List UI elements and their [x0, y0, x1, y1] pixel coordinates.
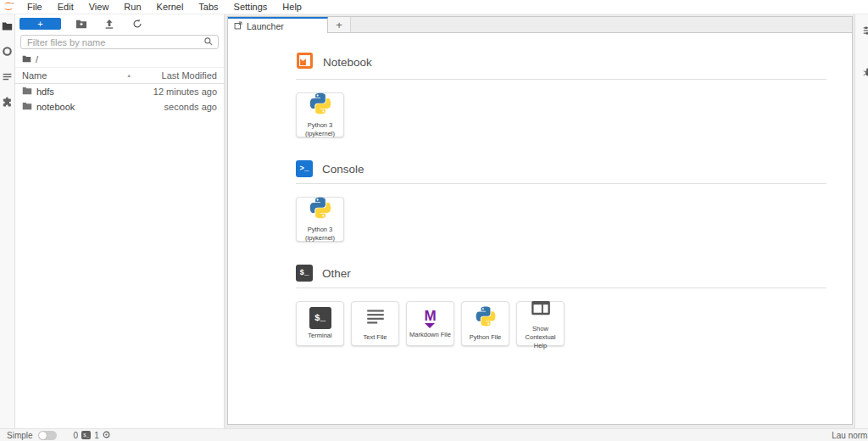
refresh-icon[interactable] [131, 18, 144, 30]
simple-mode-toggle[interactable] [38, 431, 57, 440]
file-row-notebook[interactable]: notebook seconds ago [15, 99, 224, 114]
card-label: Python File [469, 333, 503, 342]
file-list-header: Name ▲ Last Modified [15, 67, 224, 84]
section-notebook: Notebook Python 3 (ipykernel) [296, 52, 826, 137]
file-modified: seconds ago [164, 102, 217, 112]
file-row-hdfs[interactable]: hdfs 12 minutes ago [15, 84, 224, 99]
python-logo [475, 305, 497, 331]
search-icon [203, 36, 214, 48]
section-title: Other [322, 267, 351, 280]
simple-mode-label: Simple [7, 431, 33, 440]
breadcrumb-root[interactable]: / [36, 54, 38, 64]
file-name: hdfs [36, 87, 54, 97]
notebook-icon [296, 52, 314, 73]
terminal-status-icon: $_ [81, 431, 91, 439]
file-browser-icon[interactable] [2, 20, 13, 31]
card-label: Terminal [307, 332, 332, 340]
left-activity-bar [0, 14, 15, 428]
menu-file[interactable]: File [19, 0, 50, 14]
debugger-icon[interactable] [862, 66, 868, 77]
kernels-count: 1 [94, 431, 99, 440]
menu-kernel[interactable]: Kernel [149, 0, 192, 14]
column-name[interactable]: Name ▲ [22, 70, 162, 81]
file-name: notebook [36, 102, 75, 112]
section-console: >_ Console Python 3 (ipyke [296, 160, 826, 242]
card-label: Text File [363, 333, 388, 342]
launcher-body: Notebook Python 3 (ipykernel) [228, 33, 852, 424]
menu-bar: File Edit View Run Kernel Tabs Settings … [0, 0, 868, 14]
card-label: Markdown File [409, 331, 452, 339]
new-folder-icon[interactable] [75, 18, 88, 30]
property-inspector-icon[interactable] [862, 25, 868, 36]
running-sessions-icon[interactable] [2, 46, 13, 57]
new-launcher-button[interactable]: + [19, 18, 61, 30]
breadcrumb[interactable]: / [15, 51, 224, 67]
launcher-card-console-python3[interactable]: Python 3 (ipykernel) [296, 197, 344, 242]
launcher-card-python-file[interactable]: Python File [461, 301, 509, 346]
section-title: Notebook [323, 56, 372, 69]
file-modified: 12 minutes ago [153, 87, 217, 97]
card-label: Python 3 (ipykernel) [304, 226, 336, 243]
column-last-modified[interactable]: Last Modified [162, 70, 217, 81]
extension-manager-icon[interactable] [2, 97, 13, 108]
right-activity-bar [854, 14, 868, 428]
table-of-contents-icon[interactable] [2, 71, 13, 82]
status-bar: Simple 0 $_ 1 Lau norma [0, 428, 868, 441]
launcher-tab-icon [234, 21, 242, 31]
text-file-icon [364, 305, 387, 331]
folder-icon [22, 102, 32, 112]
launcher-card-text-file[interactable]: Text File [351, 301, 399, 346]
console-icon: >_ [296, 160, 313, 177]
python-logo [309, 196, 332, 223]
section-title: Console [322, 163, 364, 176]
filter-files-input[interactable] [23, 37, 203, 47]
terminal-icon: $_ [309, 307, 331, 329]
menu-view[interactable]: View [81, 0, 117, 14]
launcher-card-terminal[interactable]: $_ Terminal [296, 301, 344, 346]
section-divider [296, 287, 826, 288]
upload-icon[interactable] [103, 18, 116, 30]
folder-icon [22, 87, 32, 97]
menu-edit[interactable]: Edit [50, 0, 81, 14]
dock-panel: Launcher + Notebook [225, 14, 854, 428]
sort-asc-icon: ▲ [126, 73, 131, 78]
new-tab-button[interactable]: + [328, 17, 351, 32]
menu-settings[interactable]: Settings [226, 0, 275, 14]
section-divider [296, 183, 826, 184]
status-right-text: Lau norma [832, 431, 868, 440]
jupyter-logo-icon [3, 2, 16, 12]
terminal-icon: $_ [296, 265, 313, 282]
kernel-terminal-counts[interactable]: 0 $_ 1 [74, 431, 110, 440]
tab-launcher[interactable]: Launcher [228, 17, 328, 33]
python-logo [309, 92, 332, 119]
section-divider [296, 79, 826, 80]
menu-run[interactable]: Run [116, 0, 148, 14]
menu-tabs[interactable]: Tabs [191, 0, 225, 14]
kernel-status-icon [103, 431, 110, 440]
filter-files-searchbox [20, 35, 219, 49]
menu-help[interactable]: Help [275, 0, 309, 14]
card-label: Show Contextual Help [517, 325, 564, 349]
home-folder-icon[interactable] [22, 54, 31, 64]
terminals-count: 0 [74, 431, 79, 440]
main-area: + / Name ▲ [0, 14, 868, 428]
launcher-tab-label: Launcher [247, 21, 284, 31]
card-label: Python 3 (ipykernel) [304, 121, 336, 138]
section-other: $_ Other $_ Terminal [296, 265, 826, 346]
launcher-card-markdown-file[interactable]: M Markdown File [406, 301, 454, 346]
tab-bar: Launcher + [228, 17, 852, 33]
markdown-icon: M [424, 309, 436, 328]
launcher-card-notebook-python3[interactable]: Python 3 (ipykernel) [296, 92, 344, 137]
column-name-label: Name [22, 70, 47, 81]
contextual-help-icon [530, 297, 552, 322]
file-browser-panel: + / Name ▲ [15, 14, 225, 428]
launcher-card-contextual-help[interactable]: Show Contextual Help [516, 301, 565, 346]
file-browser-toolbar: + [15, 14, 224, 32]
